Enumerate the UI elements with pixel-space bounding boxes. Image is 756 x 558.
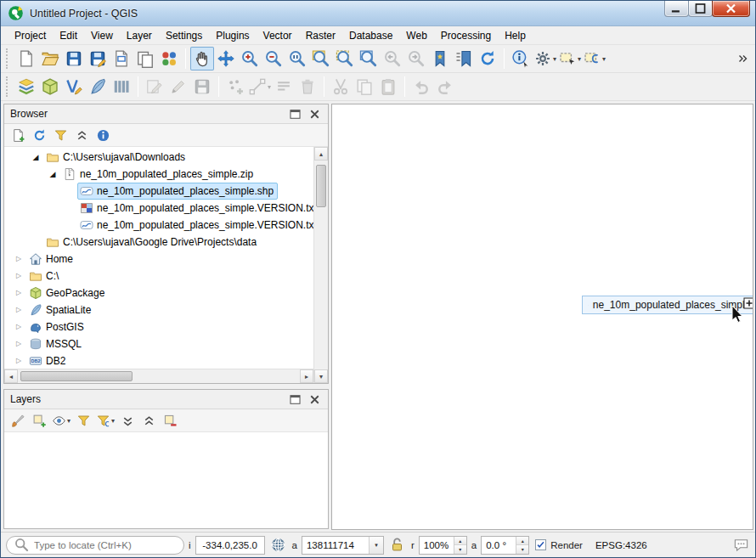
browser-vertical-scrollbar[interactable]: ▴ ▾ [313,147,328,383]
menu-edit[interactable]: Edit [53,27,84,44]
expand-arrow-icon[interactable]: ▷ [11,268,26,285]
magnifier-spinbox[interactable]: 100% ▴▾ [419,536,467,555]
new-spatialite-layer-button[interactable] [86,75,110,99]
browser-horizontal-scrollbar[interactable]: ◂ ▸ [4,369,313,383]
save-layer-edits-button[interactable] [190,75,214,99]
toolbar-overflow-button[interactable] [733,47,752,70]
menu-view[interactable]: View [84,27,120,44]
menu-plugins[interactable]: Plugins [209,27,256,44]
spin-up-icon[interactable]: ▴ [454,537,466,546]
save-project-as-button[interactable] [86,47,110,70]
expand-arrow-icon[interactable]: ▷ [11,302,26,318]
select-features-button[interactable]: ▾ [557,47,582,70]
menu-help[interactable]: Help [498,27,533,44]
filter-legend-expression-button[interactable]: ▾ [95,411,116,430]
redo-button[interactable] [433,75,457,99]
tree-item-content[interactable]: C:\Users\ujaval\Downloads [43,149,189,166]
maximize-button[interactable] [688,1,713,17]
expand-arrow-icon[interactable]: ▷ [11,251,26,268]
render-checkbox[interactable] [535,539,546,550]
new-virtual-layer-button[interactable] [110,75,133,99]
tree-item-content[interactable]: ne_10m_populated_places_simple.zip [60,166,257,183]
extents-toggle-icon[interactable] [269,536,288,555]
scroll-right-button[interactable]: ▸ [300,369,313,383]
save-project-button[interactable] [62,47,86,70]
zoom-next-button[interactable] [404,47,428,70]
zoom-to-selection-button[interactable] [333,47,357,70]
float-panel-icon[interactable] [288,107,302,121]
run-feature-action-button[interactable]: ▾ [533,47,557,70]
locate-input[interactable] [34,540,177,550]
open-layer-styling-button[interactable] [8,411,27,430]
layers-list[interactable] [4,431,328,528]
expand-arrow-icon[interactable]: ▷ [11,318,26,335]
expand-arrow-icon[interactable]: ▷ [11,285,26,302]
close-panel-icon[interactable] [307,107,322,121]
style-manager-button[interactable] [157,47,181,70]
expand-arrow-icon[interactable]: ▷ [11,335,26,352]
scroll-down-button[interactable]: ▾ [314,369,328,383]
browser-tree-item[interactable]: ▷DB2DB2 [11,352,313,369]
open-project-button[interactable] [38,47,62,70]
new-bookmark-button[interactable] [428,47,452,70]
browser-tree-item[interactable]: ▷Home [11,251,313,268]
new-project-button[interactable] [14,47,38,70]
menu-database[interactable]: Database [342,27,399,44]
zoom-last-button[interactable] [381,47,404,70]
pan-to-selection-button[interactable] [214,47,238,70]
pan-map-button[interactable] [190,47,214,70]
menu-raster[interactable]: Raster [299,27,342,44]
crs-status-button[interactable]: EPSG:4326 [595,540,647,550]
expand-all-button[interactable] [118,411,137,430]
manage-map-themes-button[interactable]: ▾ [51,411,71,430]
zoom-full-button[interactable] [309,47,333,70]
scrollbar-thumb[interactable] [20,371,133,381]
refresh-map-button[interactable] [476,47,499,70]
menu-processing[interactable]: Processing [434,27,498,44]
select-by-expression-button[interactable]: ▾ [582,47,606,70]
identify-features-button[interactable] [509,47,533,70]
zoom-in-button[interactable] [238,47,262,70]
browser-tree-item[interactable]: ne_10m_populated_places_simple.shp [11,183,313,200]
paste-features-button[interactable] [376,75,400,99]
delete-selected-button[interactable] [296,75,319,99]
scrollbar-thumb[interactable] [316,165,326,207]
close-panel-icon[interactable] [307,392,322,407]
tree-item-content[interactable]: SpatiaLite [26,302,95,318]
new-print-layout-button[interactable] [110,47,133,70]
spin-down-icon[interactable]: ▾ [454,545,466,554]
add-group-button[interactable] [30,411,48,430]
zoom-out-button[interactable] [262,47,285,70]
new-shapefile-layer-button[interactable] [62,75,86,99]
tree-item-content[interactable]: ne_10m_populated_places_simple.VERSION.t… [77,200,313,217]
collapse-arrow-icon[interactable]: ◢ [28,149,43,166]
refresh-browser-button[interactable] [30,126,48,144]
scrollbar-track[interactable] [314,161,328,369]
rotation-spinbox[interactable]: 0.0 ° ▴▾ [481,536,529,555]
float-panel-icon[interactable] [288,392,302,407]
collapse-all-layers-button[interactable] [139,411,158,430]
open-data-source-manager-button[interactable] [14,75,38,99]
browser-tree-item[interactable]: ▷GeoPackage [11,285,313,302]
scale-combobox[interactable]: 138111714 ▾ [302,536,384,555]
zoom-to-layer-button[interactable] [357,47,381,70]
tree-item-content[interactable]: ne_10m_populated_places_simple.shp [77,183,278,200]
tree-item-content[interactable]: Home [26,251,77,268]
tree-item-content[interactable]: PostGIS [26,318,88,335]
spin-down-icon[interactable]: ▾ [516,545,528,554]
collapse-arrow-icon[interactable]: ◢ [45,166,60,183]
minimize-button[interactable] [664,1,689,17]
spin-up-icon[interactable]: ▴ [516,537,528,546]
browser-tree-item[interactable]: ne_10m_populated_places_simple.VERSION.t… [11,217,313,234]
add-feature-button[interactable] [223,75,247,99]
tree-item-content[interactable]: C:\Users\ujaval\Google Drive\Projects\da… [43,234,261,251]
collapse-all-button[interactable] [72,126,91,144]
map-canvas[interactable]: ne_10m_populated_places_simple.shp [331,104,753,530]
menu-project[interactable]: Project [8,27,53,44]
menu-layer[interactable]: Layer [120,27,159,44]
locate-search-box[interactable] [6,536,184,555]
scroll-left-button[interactable]: ◂ [4,369,18,383]
new-geopackage-layer-button[interactable] [38,75,62,99]
menu-vector[interactable]: Vector [257,27,299,44]
expand-arrow-icon[interactable]: ▷ [11,352,26,369]
